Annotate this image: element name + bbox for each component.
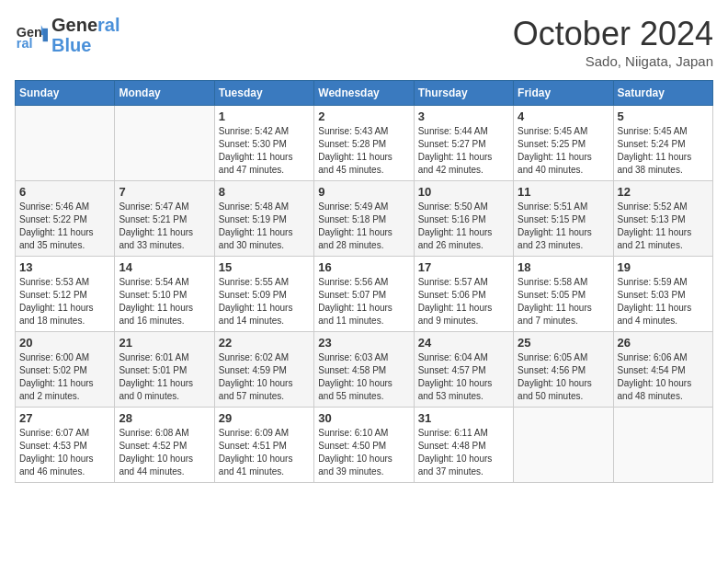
day-info: Sunrise: 5:58 AM Sunset: 5:05 PM Dayligh… xyxy=(518,276,609,327)
weekday-header-monday: Monday xyxy=(115,81,214,106)
day-info: Sunrise: 6:00 AM Sunset: 5:02 PM Dayligh… xyxy=(19,351,110,403)
day-number: 25 xyxy=(518,336,609,350)
calendar-week-3: 20Sunrise: 6:00 AM Sunset: 5:02 PM Dayli… xyxy=(16,332,713,408)
day-number: 6 xyxy=(19,185,110,199)
day-number: 8 xyxy=(219,185,310,199)
calendar-cell: 2Sunrise: 5:43 AM Sunset: 5:28 PM Daylig… xyxy=(314,106,414,181)
day-info: Sunrise: 5:47 AM Sunset: 5:21 PM Dayligh… xyxy=(119,201,210,252)
day-number: 29 xyxy=(219,411,310,425)
day-info: Sunrise: 5:55 AM Sunset: 5:09 PM Dayligh… xyxy=(219,276,310,327)
day-info: Sunrise: 5:54 AM Sunset: 5:10 PM Dayligh… xyxy=(119,276,210,327)
calendar-cell: 16Sunrise: 5:56 AM Sunset: 5:07 PM Dayli… xyxy=(314,257,414,332)
calendar-cell: 14Sunrise: 5:54 AM Sunset: 5:10 PM Dayli… xyxy=(115,257,214,332)
day-number: 12 xyxy=(618,185,709,199)
calendar-cell: 25Sunrise: 6:05 AM Sunset: 4:56 PM Dayli… xyxy=(514,332,613,408)
day-info: Sunrise: 5:48 AM Sunset: 5:19 PM Dayligh… xyxy=(219,201,310,252)
calendar-cell: 11Sunrise: 5:51 AM Sunset: 5:15 PM Dayli… xyxy=(514,181,613,257)
day-info: Sunrise: 6:10 AM Sunset: 4:50 PM Dayligh… xyxy=(318,427,409,478)
calendar-cell: 21Sunrise: 6:01 AM Sunset: 5:01 PM Dayli… xyxy=(115,332,214,408)
day-number: 16 xyxy=(318,260,409,274)
day-number: 21 xyxy=(119,336,210,350)
weekday-header-friday: Friday xyxy=(514,81,613,106)
calendar-cell: 5Sunrise: 5:45 AM Sunset: 5:24 PM Daylig… xyxy=(613,106,712,181)
day-number: 26 xyxy=(618,336,709,350)
calendar-cell: 19Sunrise: 5:59 AM Sunset: 5:03 PM Dayli… xyxy=(613,257,712,332)
day-number: 9 xyxy=(318,185,409,199)
calendar-cell: 29Sunrise: 6:09 AM Sunset: 4:51 PM Dayli… xyxy=(214,408,313,483)
calendar-cell: 9Sunrise: 5:49 AM Sunset: 5:18 PM Daylig… xyxy=(314,181,414,257)
day-number: 2 xyxy=(318,109,409,123)
calendar-cell xyxy=(16,106,115,181)
day-info: Sunrise: 6:09 AM Sunset: 4:51 PM Dayligh… xyxy=(219,427,310,478)
day-info: Sunrise: 5:51 AM Sunset: 5:15 PM Dayligh… xyxy=(518,201,609,252)
calendar-cell: 6Sunrise: 5:46 AM Sunset: 5:22 PM Daylig… xyxy=(16,181,115,257)
day-info: Sunrise: 5:52 AM Sunset: 5:13 PM Dayligh… xyxy=(618,201,709,252)
day-info: Sunrise: 5:44 AM Sunset: 5:27 PM Dayligh… xyxy=(418,125,509,177)
day-number: 11 xyxy=(518,185,609,199)
title-block: October 2024 Sado, Niigata, Japan xyxy=(513,15,713,69)
calendar-cell: 17Sunrise: 5:57 AM Sunset: 5:06 PM Dayli… xyxy=(414,257,513,332)
day-number: 23 xyxy=(318,336,409,350)
day-number: 5 xyxy=(618,109,709,123)
calendar-cell: 12Sunrise: 5:52 AM Sunset: 5:13 PM Dayli… xyxy=(613,181,712,257)
day-number: 13 xyxy=(19,260,110,274)
day-info: Sunrise: 6:11 AM Sunset: 4:48 PM Dayligh… xyxy=(418,427,509,478)
calendar-cell: 22Sunrise: 6:02 AM Sunset: 4:59 PM Dayli… xyxy=(214,332,313,408)
weekday-header-wednesday: Wednesday xyxy=(314,81,414,106)
calendar-cell: 26Sunrise: 6:06 AM Sunset: 4:54 PM Dayli… xyxy=(613,332,712,408)
calendar-header: SundayMondayTuesdayWednesdayThursdayFrid… xyxy=(16,81,713,106)
calendar-week-4: 27Sunrise: 6:07 AM Sunset: 4:53 PM Dayli… xyxy=(16,408,713,483)
weekday-header-tuesday: Tuesday xyxy=(214,81,313,106)
day-info: Sunrise: 5:59 AM Sunset: 5:03 PM Dayligh… xyxy=(618,276,709,327)
day-info: Sunrise: 6:08 AM Sunset: 4:52 PM Dayligh… xyxy=(119,427,210,478)
day-info: Sunrise: 5:57 AM Sunset: 5:06 PM Dayligh… xyxy=(418,276,509,327)
day-number: 28 xyxy=(119,411,210,425)
day-number: 1 xyxy=(219,109,310,123)
svg-marker-3 xyxy=(43,29,48,41)
day-number: 19 xyxy=(618,260,709,274)
calendar-cell: 4Sunrise: 5:45 AM Sunset: 5:25 PM Daylig… xyxy=(514,106,613,181)
calendar-cell: 7Sunrise: 5:47 AM Sunset: 5:21 PM Daylig… xyxy=(115,181,214,257)
location-subtitle: Sado, Niigata, Japan xyxy=(513,53,713,69)
calendar-cell: 30Sunrise: 6:10 AM Sunset: 4:50 PM Dayli… xyxy=(314,408,414,483)
weekday-header-saturday: Saturday xyxy=(613,81,712,106)
day-number: 3 xyxy=(418,109,509,123)
day-info: Sunrise: 6:01 AM Sunset: 5:01 PM Dayligh… xyxy=(119,351,210,403)
calendar-cell: 20Sunrise: 6:00 AM Sunset: 5:02 PM Dayli… xyxy=(16,332,115,408)
calendar-table: SundayMondayTuesdayWednesdayThursdayFrid… xyxy=(15,80,713,483)
day-number: 30 xyxy=(318,411,409,425)
calendar-week-0: 1Sunrise: 5:42 AM Sunset: 5:30 PM Daylig… xyxy=(16,106,713,181)
day-number: 22 xyxy=(219,336,310,350)
calendar-cell: 3Sunrise: 5:44 AM Sunset: 5:27 PM Daylig… xyxy=(414,106,513,181)
day-info: Sunrise: 5:42 AM Sunset: 5:30 PM Dayligh… xyxy=(219,125,310,177)
day-info: Sunrise: 6:06 AM Sunset: 4:54 PM Dayligh… xyxy=(618,351,709,403)
calendar-cell: 8Sunrise: 5:48 AM Sunset: 5:19 PM Daylig… xyxy=(214,181,313,257)
day-number: 27 xyxy=(19,411,110,425)
logo-line2: Blue xyxy=(51,35,120,55)
day-info: Sunrise: 5:45 AM Sunset: 5:24 PM Dayligh… xyxy=(618,125,709,177)
day-info: Sunrise: 6:04 AM Sunset: 4:57 PM Dayligh… xyxy=(418,351,509,403)
day-number: 20 xyxy=(19,336,110,350)
calendar-cell: 13Sunrise: 5:53 AM Sunset: 5:12 PM Dayli… xyxy=(16,257,115,332)
calendar-cell: 1Sunrise: 5:42 AM Sunset: 5:30 PM Daylig… xyxy=(214,106,313,181)
calendar-cell: 27Sunrise: 6:07 AM Sunset: 4:53 PM Dayli… xyxy=(16,408,115,483)
calendar-cell xyxy=(613,408,712,483)
day-number: 18 xyxy=(518,260,609,274)
calendar-cell: 18Sunrise: 5:58 AM Sunset: 5:05 PM Dayli… xyxy=(514,257,613,332)
logo-line1: General xyxy=(51,15,120,35)
calendar-cell: 28Sunrise: 6:08 AM Sunset: 4:52 PM Dayli… xyxy=(115,408,214,483)
day-info: Sunrise: 5:43 AM Sunset: 5:28 PM Dayligh… xyxy=(318,125,409,177)
day-number: 31 xyxy=(418,411,509,425)
day-number: 24 xyxy=(418,336,509,350)
weekday-header-sunday: Sunday xyxy=(16,81,115,106)
calendar-cell: 15Sunrise: 5:55 AM Sunset: 5:09 PM Dayli… xyxy=(214,257,313,332)
svg-text:ral: ral xyxy=(17,36,33,51)
logo: Gene ral General Blue xyxy=(15,15,120,55)
day-info: Sunrise: 5:50 AM Sunset: 5:16 PM Dayligh… xyxy=(418,201,509,252)
calendar-body: 1Sunrise: 5:42 AM Sunset: 5:30 PM Daylig… xyxy=(16,106,713,483)
day-number: 4 xyxy=(518,109,609,123)
calendar-cell: 10Sunrise: 5:50 AM Sunset: 5:16 PM Dayli… xyxy=(414,181,513,257)
day-info: Sunrise: 6:02 AM Sunset: 4:59 PM Dayligh… xyxy=(219,351,310,403)
month-title: October 2024 xyxy=(513,15,713,53)
day-number: 15 xyxy=(219,260,310,274)
